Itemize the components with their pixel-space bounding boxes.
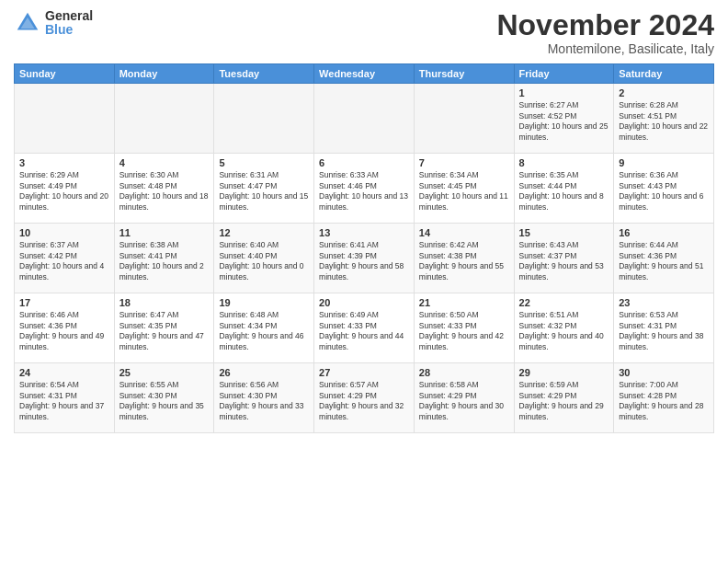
week-row-3: 10Sunrise: 6:37 AMSunset: 4:42 PMDayligh… [15,224,714,293]
day-info: Sunrise: 6:40 AMSunset: 4:40 PMDaylight:… [219,240,309,282]
day-number: 29 [519,367,609,378]
calendar-cell: 6Sunrise: 6:33 AMSunset: 4:46 PMDaylight… [314,154,415,224]
header-friday: Friday [514,64,614,84]
day-number: 5 [219,157,309,168]
calendar-cell: 15Sunrise: 6:43 AMSunset: 4:37 PMDayligh… [514,224,614,293]
day-info: Sunrise: 6:31 AMSunset: 4:47 PMDaylight:… [219,170,309,213]
calendar-page: General Blue November 2024 Montemilone, … [0,0,728,563]
day-info: Sunrise: 6:44 AMSunset: 4:36 PMDaylight:… [619,240,709,282]
calendar-cell: 26Sunrise: 6:56 AMSunset: 4:30 PMDayligh… [214,363,314,433]
day-info: Sunrise: 6:56 AMSunset: 4:30 PMDaylight:… [219,380,309,422]
logo: General Blue [14,9,93,38]
day-number: 13 [319,227,409,238]
calendar-cell: 13Sunrise: 6:41 AMSunset: 4:39 PMDayligh… [314,224,415,293]
day-number: 20 [319,297,409,308]
header-monday: Monday [114,64,214,84]
calendar-table: Sunday Monday Tuesday Wednesday Thursday… [14,63,714,433]
day-number: 6 [319,157,409,168]
day-info: Sunrise: 6:29 AMSunset: 4:49 PMDaylight:… [19,170,109,213]
calendar-body: 1Sunrise: 6:27 AMSunset: 4:52 PMDaylight… [15,84,714,433]
title-block: November 2024 Montemilone, Basilicate, I… [496,9,714,56]
calendar-cell: 14Sunrise: 6:42 AMSunset: 4:38 PMDayligh… [414,224,514,293]
calendar-cell [214,84,314,154]
day-number: 1 [519,87,609,98]
calendar-cell: 19Sunrise: 6:48 AMSunset: 4:34 PMDayligh… [214,293,314,363]
day-number: 19 [219,297,309,308]
calendar-cell: 18Sunrise: 6:47 AMSunset: 4:35 PMDayligh… [114,293,214,363]
header-thursday: Thursday [414,64,514,84]
day-number: 2 [619,87,709,98]
logo-text: General Blue [45,9,93,38]
day-number: 11 [119,227,210,238]
week-row-4: 17Sunrise: 6:46 AMSunset: 4:36 PMDayligh… [15,293,714,363]
calendar-cell: 9Sunrise: 6:36 AMSunset: 4:43 PMDaylight… [614,154,714,224]
calendar-cell [15,84,115,154]
day-number: 21 [419,297,509,308]
day-number: 22 [519,297,609,308]
day-info: Sunrise: 6:37 AMSunset: 4:42 PMDaylight:… [19,240,109,282]
day-info: Sunrise: 6:59 AMSunset: 4:29 PMDaylight:… [519,380,609,422]
day-info: Sunrise: 6:48 AMSunset: 4:34 PMDaylight:… [219,310,309,352]
day-info: Sunrise: 6:46 AMSunset: 4:36 PMDaylight:… [19,310,109,352]
header-wednesday: Wednesday [314,64,415,84]
day-number: 15 [519,227,609,238]
day-info: Sunrise: 6:47 AMSunset: 4:35 PMDaylight:… [119,310,210,352]
day-info: Sunrise: 6:57 AMSunset: 4:29 PMDaylight:… [319,380,409,422]
calendar-cell: 2Sunrise: 6:28 AMSunset: 4:51 PMDaylight… [614,84,714,154]
week-row-2: 3Sunrise: 6:29 AMSunset: 4:49 PMDaylight… [15,154,714,224]
calendar-cell: 11Sunrise: 6:38 AMSunset: 4:41 PMDayligh… [114,224,214,293]
day-number: 24 [19,367,109,378]
calendar-cell: 5Sunrise: 6:31 AMSunset: 4:47 PMDaylight… [214,154,314,224]
weekday-row: Sunday Monday Tuesday Wednesday Thursday… [15,64,714,84]
week-row-1: 1Sunrise: 6:27 AMSunset: 4:52 PMDaylight… [15,84,714,154]
day-number: 27 [319,367,409,378]
calendar-cell: 10Sunrise: 6:37 AMSunset: 4:42 PMDayligh… [15,224,115,293]
day-number: 23 [619,297,709,308]
day-number: 8 [519,157,609,168]
calendar-cell: 30Sunrise: 7:00 AMSunset: 4:28 PMDayligh… [614,363,714,433]
calendar-cell: 17Sunrise: 6:46 AMSunset: 4:36 PMDayligh… [15,293,115,363]
day-info: Sunrise: 6:54 AMSunset: 4:31 PMDaylight:… [19,380,109,422]
day-number: 25 [119,367,210,378]
calendar-cell: 12Sunrise: 6:40 AMSunset: 4:40 PMDayligh… [214,224,314,293]
calendar-cell: 29Sunrise: 6:59 AMSunset: 4:29 PMDayligh… [514,363,614,433]
day-info: Sunrise: 6:49 AMSunset: 4:33 PMDaylight:… [319,310,409,352]
day-info: Sunrise: 6:33 AMSunset: 4:46 PMDaylight:… [319,170,409,213]
calendar-cell: 4Sunrise: 6:30 AMSunset: 4:48 PMDaylight… [114,154,214,224]
calendar-cell [314,84,415,154]
day-info: Sunrise: 6:30 AMSunset: 4:48 PMDaylight:… [119,170,210,213]
calendar-cell: 28Sunrise: 6:58 AMSunset: 4:29 PMDayligh… [414,363,514,433]
calendar-header: Sunday Monday Tuesday Wednesday Thursday… [15,64,714,84]
day-number: 14 [419,227,509,238]
month-title: November 2024 [496,9,714,41]
day-info: Sunrise: 6:35 AMSunset: 4:44 PMDaylight:… [519,170,609,213]
day-number: 28 [419,367,509,378]
calendar-cell: 16Sunrise: 6:44 AMSunset: 4:36 PMDayligh… [614,224,714,293]
calendar-cell [114,84,214,154]
day-info: Sunrise: 6:43 AMSunset: 4:37 PMDaylight:… [519,240,609,282]
day-info: Sunrise: 6:51 AMSunset: 4:32 PMDaylight:… [519,310,609,352]
day-number: 12 [219,227,309,238]
day-info: Sunrise: 6:41 AMSunset: 4:39 PMDaylight:… [319,240,409,282]
calendar-cell: 3Sunrise: 6:29 AMSunset: 4:49 PMDaylight… [15,154,115,224]
day-info: Sunrise: 6:34 AMSunset: 4:45 PMDaylight:… [419,170,509,213]
page-header: General Blue November 2024 Montemilone, … [14,9,714,56]
day-number: 7 [419,157,509,168]
calendar-cell: 24Sunrise: 6:54 AMSunset: 4:31 PMDayligh… [15,363,115,433]
day-number: 26 [219,367,309,378]
day-info: Sunrise: 6:28 AMSunset: 4:51 PMDaylight:… [619,100,709,143]
calendar-cell: 20Sunrise: 6:49 AMSunset: 4:33 PMDayligh… [314,293,415,363]
day-info: Sunrise: 6:27 AMSunset: 4:52 PMDaylight:… [519,100,609,143]
day-number: 10 [19,227,109,238]
header-tuesday: Tuesday [214,64,314,84]
calendar-cell: 23Sunrise: 6:53 AMSunset: 4:31 PMDayligh… [614,293,714,363]
calendar-cell: 8Sunrise: 6:35 AMSunset: 4:44 PMDaylight… [514,154,614,224]
calendar-cell: 22Sunrise: 6:51 AMSunset: 4:32 PMDayligh… [514,293,614,363]
calendar-cell: 27Sunrise: 6:57 AMSunset: 4:29 PMDayligh… [314,363,415,433]
day-number: 18 [119,297,210,308]
calendar-cell: 1Sunrise: 6:27 AMSunset: 4:52 PMDaylight… [514,84,614,154]
day-info: Sunrise: 6:50 AMSunset: 4:33 PMDaylight:… [419,310,509,352]
day-info: Sunrise: 6:36 AMSunset: 4:43 PMDaylight:… [619,170,709,213]
calendar-cell: 21Sunrise: 6:50 AMSunset: 4:33 PMDayligh… [414,293,514,363]
day-info: Sunrise: 6:38 AMSunset: 4:41 PMDaylight:… [119,240,210,282]
